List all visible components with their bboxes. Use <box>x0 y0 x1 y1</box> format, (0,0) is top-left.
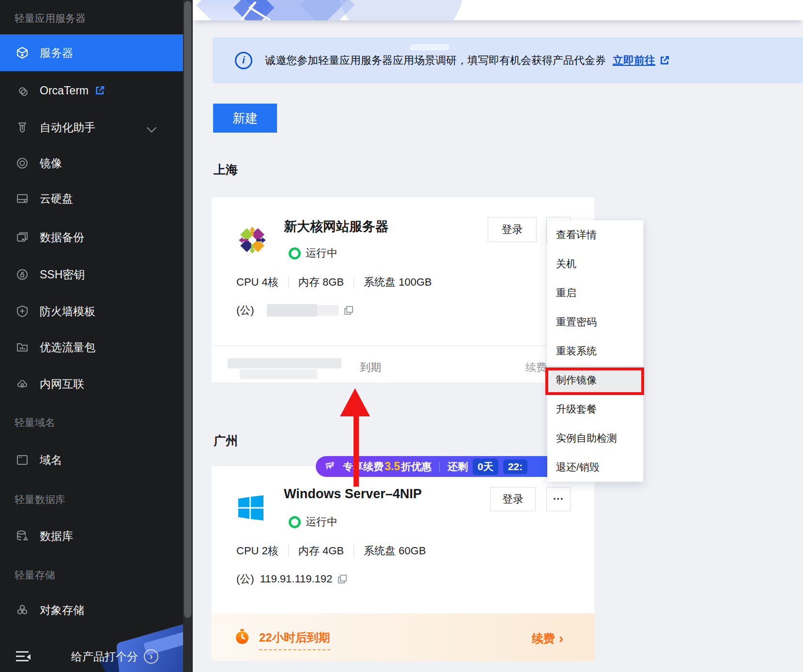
sidebar-section-storage: 轻量存储 <box>15 560 160 591</box>
sidebar-item-images[interactable]: 镜像 <box>0 148 183 179</box>
card-footer: 到期 续费 <box>212 346 594 382</box>
sidebar-item-ssh-keys[interactable]: SSH密钥 <box>0 259 183 290</box>
copy-icon[interactable] <box>343 305 354 316</box>
redacted-expire-date <box>228 358 341 368</box>
spec-cpu: CPU 4核 <box>236 275 278 290</box>
menu-item-create-image[interactable]: 制作镜像 <box>547 366 643 395</box>
menu-item-shutdown[interactable]: 关机 <box>547 249 643 278</box>
backup-icon <box>16 231 29 244</box>
menu-item-restart[interactable]: 重启 <box>547 278 643 307</box>
menu-item-self-check[interactable]: 实例自助检测 <box>547 424 643 453</box>
sidebar-item-traffic-packages[interactable]: 优选流量包 <box>0 332 183 363</box>
spec-disk: 系统盘 100GB <box>364 275 432 290</box>
info-icon: i <box>235 52 252 69</box>
sidebar-item-object-storage[interactable]: 对象存储 <box>0 595 183 626</box>
sidebar-item-label: 服务器 <box>40 46 73 61</box>
sidebar-item-firewall-templates[interactable]: 防火墙模板 <box>0 296 183 327</box>
redacted-patch <box>410 44 449 50</box>
survey-notice-banner: i 诚邀您参加轻量应用服务器应用场景调研，填写即有机会获得产品代金券 立即前往 <box>213 37 803 83</box>
spec-memory: 内存 4GB <box>298 544 344 558</box>
copy-icon[interactable] <box>337 574 348 584</box>
remaining-days-chip: 0天 <box>473 458 498 475</box>
more-actions-button[interactable]: ··· <box>546 487 571 511</box>
domain-icon <box>16 454 29 466</box>
expire-warning-footer: 22小时后到期 续费 › <box>212 613 594 661</box>
sidebar-item-private-network[interactable]: 内网互联 <box>0 368 183 399</box>
remaining-time-chip: 22: <box>503 459 527 474</box>
circle-chevron-icon[interactable]: › <box>144 649 158 664</box>
sidebar-section-domains: 轻量域名 <box>15 407 160 438</box>
cloud-disk-icon <box>16 192 29 205</box>
menu-item-upgrade-plan[interactable]: 升级套餐 <box>547 395 643 424</box>
sidebar-item-database[interactable]: 数据库 <box>0 520 183 551</box>
sidebar-item-label: 域名 <box>40 453 62 468</box>
server-card-guangzhou: Windows Server–4NIP 运行中 登录 ··· CPU 2核 内存… <box>212 466 594 661</box>
renew-link[interactable]: 续费 › <box>532 631 563 646</box>
status-running-icon <box>289 247 301 260</box>
sidebar: 轻量应用服务器 服务器 OrcaTerm 自动化助手 <box>0 0 183 672</box>
assistant-icon <box>16 121 29 134</box>
chevron-right-icon: › <box>559 633 563 644</box>
external-link-icon <box>94 85 105 96</box>
traffic-package-icon <box>16 341 29 353</box>
sidebar-item-automation-assistant[interactable]: 自动化助手 <box>0 112 183 143</box>
sidebar-section-databases: 轻量数据库 <box>15 484 160 515</box>
rate-product-link[interactable]: 给产品打个分 <box>71 649 138 664</box>
collapse-sidebar-icon[interactable] <box>16 651 31 662</box>
sidebar-item-data-backup[interactable]: 数据备份 <box>0 222 183 253</box>
expire-countdown-link[interactable]: 22小时后到期 <box>259 630 330 650</box>
sidebar-scrollbar[interactable] <box>183 0 193 672</box>
coupon-icon <box>323 459 337 474</box>
sidebar-product-title: 轻量应用服务器 <box>15 9 86 28</box>
object-storage-icon <box>16 604 29 616</box>
sidebar-item-label: 自动化助手 <box>40 120 95 135</box>
create-button[interactable]: 新建 <box>213 104 277 133</box>
annotation-arrow-shaft <box>354 415 359 487</box>
external-link-icon <box>659 55 670 66</box>
database-icon <box>16 530 29 542</box>
expire-suffix: 到期 <box>360 360 381 375</box>
status-label: 运行中 <box>306 515 338 529</box>
server-specs: CPU 2核 内存 4GB 系统盘 60GB <box>236 544 426 558</box>
console-page: 轻量应用服务器 服务器 OrcaTerm 自动化助手 <box>0 0 803 672</box>
menu-item-reinstall-system[interactable]: 重装系统 <box>547 336 643 366</box>
sidebar-item-label: OrcaTerm <box>40 84 89 97</box>
terminal-link-icon <box>16 84 29 97</box>
public-ip-row: (公) 119.91.119.192 <box>236 572 348 586</box>
redacted-ip <box>267 304 317 317</box>
renew-link[interactable]: 续费 <box>525 360 547 375</box>
centos-logo-icon <box>238 226 266 254</box>
status-running-icon <box>289 516 301 528</box>
sidebar-item-servers[interactable]: 服务器 <box>0 34 183 71</box>
sidebar-item-label: 优选流量包 <box>40 340 95 355</box>
sidebar-item-label: 数据库 <box>40 529 73 544</box>
ssh-key-icon <box>16 268 29 281</box>
redacted-ip <box>317 305 339 316</box>
menu-item-view-details[interactable]: 查看详情 <box>547 220 643 249</box>
sidebar-item-orcaterm[interactable]: OrcaTerm <box>0 75 183 106</box>
private-network-icon <box>16 378 29 390</box>
ip-type-label: (公) <box>236 303 254 318</box>
sidebar-item-cloud-disk[interactable]: 云硬盘 <box>0 183 183 214</box>
ip-type-label: (公) <box>236 572 254 586</box>
login-button[interactable]: 登录 <box>490 487 536 511</box>
sidebar-item-label: 对象存储 <box>40 603 84 618</box>
sidebar-item-domain[interactable]: 域名 <box>0 444 183 475</box>
sidebar-item-label: 数据备份 <box>40 230 84 245</box>
menu-item-return-destroy[interactable]: 退还/销毁 <box>547 453 643 482</box>
promo-suffix: 折优惠 <box>401 460 432 473</box>
spec-cpu: CPU 2核 <box>236 544 278 558</box>
notice-link[interactable]: 立即前往 <box>613 53 655 68</box>
server-status: 运行中 <box>284 246 338 260</box>
remaining-label: 还剩 <box>448 460 468 473</box>
hero-zigzag <box>227 0 324 20</box>
annotation-arrow-head <box>340 388 370 416</box>
login-button[interactable]: 登录 <box>488 217 537 242</box>
region-label-shanghai: 上海 <box>214 161 238 178</box>
scrollbar-thumb[interactable] <box>184 1 191 618</box>
sidebar-item-label: SSH密钥 <box>40 267 85 282</box>
sidebar-item-label: 云硬盘 <box>40 191 73 206</box>
menu-item-reset-password[interactable]: 重置密码 <box>547 307 643 336</box>
discount-value: 3.5 <box>385 460 400 473</box>
spec-memory: 内存 8GB <box>298 275 344 290</box>
